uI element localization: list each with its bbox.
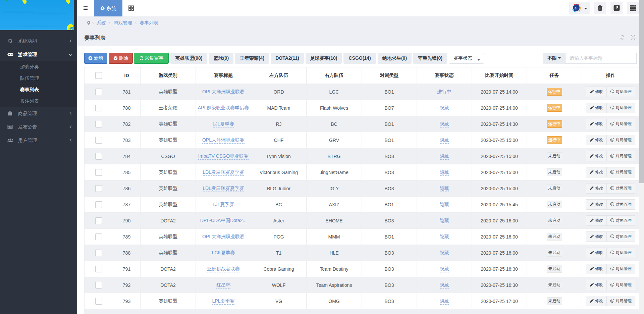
svg-text:U: U bbox=[575, 6, 578, 10]
